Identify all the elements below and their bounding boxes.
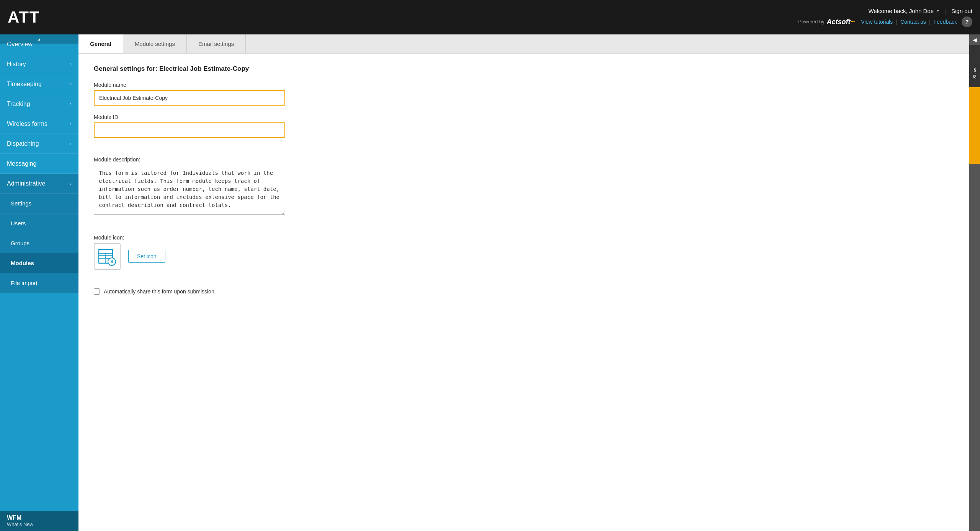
chevron-icon: › (70, 181, 72, 186)
right-panel: ◀ Show (969, 34, 980, 531)
chevron-icon: › (70, 81, 72, 87)
auto-share-row: Automatically share this form upon submi… (94, 288, 954, 295)
chevron-icon: › (70, 61, 72, 67)
header-sep-2: | (929, 19, 931, 25)
help-button[interactable]: ? (962, 16, 972, 27)
module-icon-preview: $ (94, 243, 121, 270)
module-icon-group: Module icon: (94, 235, 954, 270)
sidebar: ▲ Overview History › Timekeeping › Track… (0, 34, 78, 531)
user-chevron-icon[interactable]: ▾ (937, 8, 939, 13)
sidebar-item-messaging[interactable]: Messaging (0, 154, 78, 174)
tab-module-settings[interactable]: Module settings (123, 34, 187, 53)
whats-new-label[interactable]: What's New (7, 521, 72, 527)
sidebar-item-dispatching[interactable]: Dispatching › (0, 134, 78, 154)
sidebar-item-timekeeping[interactable]: Timekeeping › (0, 74, 78, 94)
auto-share-label: Automatically share this form upon submi… (104, 288, 216, 295)
module-icon-svg: $ (97, 246, 117, 266)
module-id-label: Module ID: (94, 114, 954, 120)
show-label: Show (972, 68, 977, 79)
content-scroll: General settings for: Electrical Job Est… (78, 54, 969, 531)
feedback-link[interactable]: Feedback (934, 19, 957, 25)
module-description-textarea[interactable] (94, 165, 285, 215)
tab-email-settings[interactable]: Email settings (187, 34, 246, 53)
chevron-icon: › (70, 101, 72, 107)
sidebar-footer: WFM What's New (0, 511, 78, 531)
sidebar-subitem-file-import[interactable]: File import (0, 273, 78, 293)
view-tutorials-link[interactable]: View tutorials (861, 19, 893, 25)
chevron-icon: › (70, 141, 72, 147)
module-description-label: Module description: (94, 156, 954, 163)
right-panel-back-arrow[interactable]: ◀ (969, 34, 980, 45)
module-icon-section: $ Set icon (94, 243, 954, 270)
sign-out-link[interactable]: Sign out (951, 8, 972, 14)
right-scrollbar-thumb (969, 87, 980, 164)
header-sep-1: | (896, 19, 897, 25)
divider-2 (94, 225, 954, 225)
header: ATT Welcome back, John Doe ▾ | Sign out … (0, 0, 980, 34)
page-title: General settings for: Electrical Job Est… (94, 65, 954, 73)
set-icon-button[interactable]: Set icon (128, 250, 165, 263)
chevron-icon: › (70, 121, 72, 127)
module-name-label: Module name: (94, 82, 954, 88)
right-scrollbar-track[interactable] (969, 87, 980, 531)
divider-3 (94, 279, 954, 279)
module-id-input[interactable] (94, 122, 285, 138)
header-links: Powered by Actsoft~ View tutorials | Con… (798, 16, 972, 27)
module-name-group: Module name: (94, 82, 954, 106)
logo: ATT (8, 8, 40, 26)
user-greeting: Welcome back, John Doe (868, 8, 934, 14)
right-panel-show-button[interactable]: Show (969, 65, 980, 82)
sidebar-item-administrative[interactable]: Administrative › (0, 174, 78, 194)
module-icon-label: Module icon: (94, 235, 954, 241)
svg-rect-1 (99, 249, 113, 253)
tab-general[interactable]: General (78, 34, 123, 53)
sidebar-item-wireless-forms[interactable]: Wireless forms › (0, 114, 78, 134)
header-divider-1: | (944, 8, 946, 14)
header-right: Welcome back, John Doe ▾ | Sign out Powe… (798, 8, 972, 27)
divider-1 (94, 147, 954, 147)
contact-us-link[interactable]: Contact us (900, 19, 926, 25)
auto-share-checkbox[interactable] (94, 288, 100, 295)
header-user-area: Welcome back, John Doe ▾ | Sign out (868, 8, 972, 14)
content-area: General Module settings Email settings G… (78, 34, 969, 531)
sidebar-item-history[interactable]: History › (0, 54, 78, 74)
sidebar-scroll-up[interactable]: ▲ (0, 34, 78, 44)
powered-by: Powered by Actsoft~ (798, 17, 855, 26)
sidebar-item-tracking[interactable]: Tracking › (0, 94, 78, 114)
module-name-input[interactable] (94, 90, 285, 106)
actsoft-logo: Actsoft~ (827, 17, 855, 26)
module-description-group: Module description: (94, 156, 954, 216)
main-layout: ▲ Overview History › Timekeeping › Track… (0, 34, 980, 531)
sidebar-subitem-modules[interactable]: Modules (0, 253, 78, 273)
module-id-group: Module ID: (94, 114, 954, 138)
sidebar-subitem-groups[interactable]: Groups (0, 233, 78, 253)
actsoft-swoosh: ~ (851, 17, 855, 26)
wfm-label: WFM (7, 515, 72, 521)
tabs-bar: General Module settings Email settings (78, 34, 969, 54)
svg-text:$: $ (111, 259, 113, 264)
sidebar-subitem-users[interactable]: Users (0, 213, 78, 233)
sidebar-subitem-settings[interactable]: Settings (0, 194, 78, 213)
